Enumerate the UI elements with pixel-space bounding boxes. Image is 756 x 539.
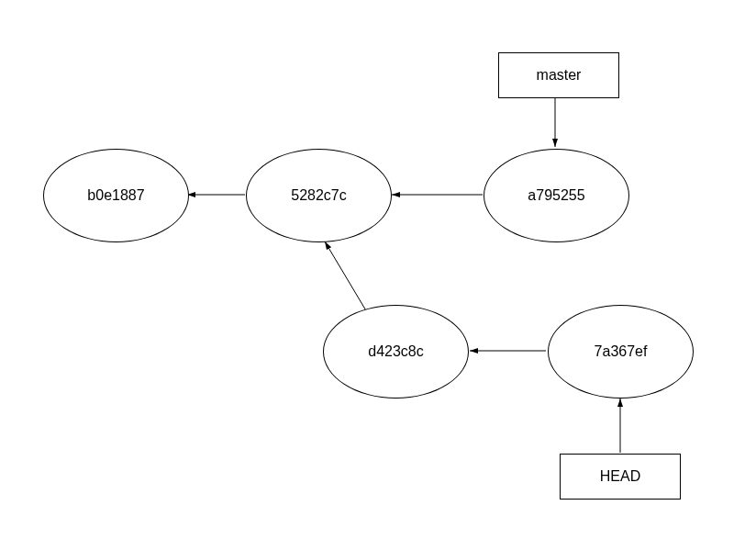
ref-label: HEAD <box>600 468 640 485</box>
commit-hash: 5282c7c <box>291 187 347 204</box>
ref-head: HEAD <box>560 454 681 500</box>
ref-label: master <box>537 67 582 84</box>
commit-hash: d423c8c <box>368 343 424 360</box>
commit-node-c5: 7a367ef <box>548 305 694 399</box>
commit-node-c1: b0e1887 <box>43 149 189 242</box>
ref-master: master <box>498 52 619 98</box>
commit-hash: 7a367ef <box>595 343 648 360</box>
edge-c4-c2 <box>325 241 367 312</box>
commit-hash: b0e1887 <box>87 187 144 204</box>
commit-node-c4: d423c8c <box>323 305 469 399</box>
commit-node-c3: a795255 <box>484 149 629 242</box>
commit-hash: a795255 <box>528 187 584 204</box>
git-graph-diagram: master b0e1887 5282c7c a795255 d423c8c 7… <box>0 0 756 539</box>
commit-node-c2: 5282c7c <box>246 149 392 242</box>
